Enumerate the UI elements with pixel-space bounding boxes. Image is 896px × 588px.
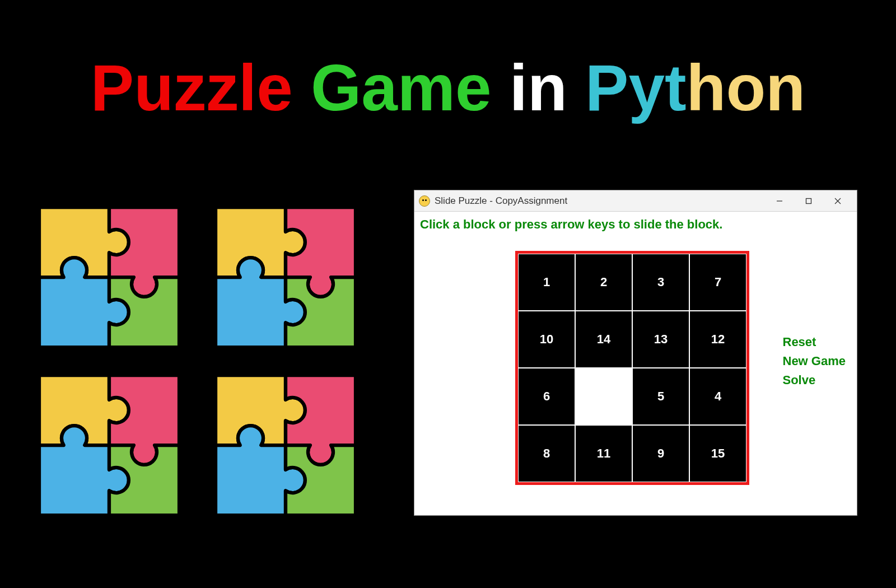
slide-puzzle-window: Slide Puzzle - CopyAssignment Click a bl… (414, 190, 857, 515)
headline-word-4b: hon (687, 52, 806, 124)
tile-10[interactable]: 10 (519, 311, 575, 367)
tile-5[interactable]: 5 (633, 368, 689, 424)
tile-4[interactable]: 4 (690, 368, 746, 424)
close-button[interactable] (823, 190, 852, 211)
app-icon (419, 195, 430, 207)
empty-tile (576, 368, 632, 424)
instruction-text: Click a block or press arrow keys to sli… (420, 217, 722, 232)
tile-8[interactable]: 8 (519, 426, 575, 482)
tile-2[interactable]: 2 (576, 254, 632, 310)
tile-12[interactable]: 12 (690, 311, 746, 367)
puzzle-board: 123710141312654811915 (515, 251, 749, 485)
jigsaw-icon (39, 207, 179, 347)
reset-button[interactable]: Reset (783, 335, 846, 349)
jigsaw-grid (39, 207, 358, 510)
tile-13[interactable]: 13 (633, 311, 689, 367)
tile-3[interactable]: 3 (633, 254, 689, 310)
headline-word-1: Puzzle (91, 52, 293, 124)
jigsaw-icon (39, 375, 179, 515)
solve-button[interactable]: Solve (783, 373, 846, 388)
window-title: Slide Puzzle - CopyAssignment (435, 195, 765, 207)
tile-11[interactable]: 11 (576, 426, 632, 482)
minimize-button[interactable] (765, 190, 794, 211)
new-game-button[interactable]: New Game (783, 354, 846, 368)
svg-rect-1 (806, 198, 811, 203)
side-menu: Reset New Game Solve (783, 335, 846, 388)
maximize-button[interactable] (794, 190, 823, 211)
tile-14[interactable]: 14 (576, 311, 632, 367)
tile-9[interactable]: 9 (633, 426, 689, 482)
tile-15[interactable]: 15 (690, 426, 746, 482)
jigsaw-icon (216, 375, 356, 515)
tile-7[interactable]: 7 (690, 254, 746, 310)
headline-word-4a: Pyt (585, 52, 687, 124)
headline: Puzzle Game in Python (0, 50, 896, 125)
titlebar[interactable]: Slide Puzzle - CopyAssignment (414, 190, 857, 212)
headline-word-3: in (510, 52, 567, 124)
headline-word-2: Game (311, 52, 491, 124)
jigsaw-icon (216, 207, 356, 347)
tile-1[interactable]: 1 (519, 254, 575, 310)
window-client: Click a block or press arrow keys to sli… (414, 212, 857, 515)
window-controls (765, 190, 852, 211)
tile-6[interactable]: 6 (519, 368, 575, 424)
